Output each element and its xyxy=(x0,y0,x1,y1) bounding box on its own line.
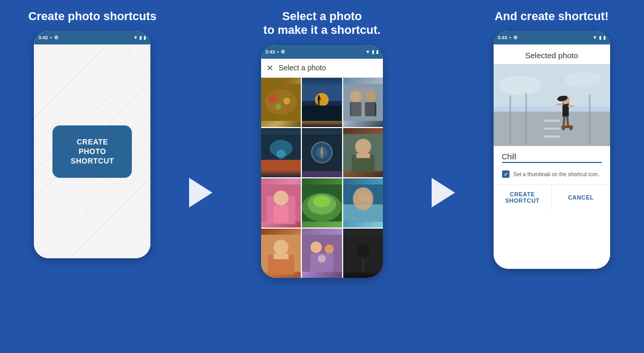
svg-rect-28 xyxy=(356,153,370,158)
svg-point-37 xyxy=(314,196,330,207)
status-icon-5: ▪ xyxy=(509,35,511,40)
action-buttons: CREATE SHORTCUT CANCEL xyxy=(494,184,610,210)
phone2: 3:43 ▪ ⚙ ▼ ▮ ▮ ✕ Select a photo xyxy=(261,45,383,278)
photo-cell-1[interactable] xyxy=(261,78,301,127)
svg-point-1 xyxy=(265,89,297,114)
wifi-icon-3: ▼ xyxy=(593,35,597,40)
battery-icon-2: ▮ xyxy=(376,49,379,55)
svg-point-77 xyxy=(562,127,565,130)
signal-icon-2: ▮ xyxy=(372,49,374,55)
shortcut-name-input[interactable] xyxy=(502,151,602,163)
checkmark-icon: ✓ xyxy=(504,171,508,177)
create-photo-shortcut-button[interactable]: CREATE PHOTO SHORTCUT xyxy=(52,125,132,178)
svg-point-60 xyxy=(499,76,541,95)
svg-point-2 xyxy=(268,94,277,103)
photo-select-header: ✕ Select a photo xyxy=(261,59,383,78)
svg-rect-64 xyxy=(544,128,560,130)
close-icon[interactable]: ✕ xyxy=(266,63,273,73)
wifi-icon-2: ▼ xyxy=(365,49,370,55)
photo-cell-11[interactable] xyxy=(302,229,342,278)
photo-cell-3[interactable] xyxy=(343,78,383,127)
phone1-status-bar: 3:42 ▪ ⚙ ▼ ▮ ▮ xyxy=(34,31,150,44)
signal-icon-3: ▮ xyxy=(599,35,602,40)
phone3-status-bar: 3:43 ▪ ⚙ ▼ ▮ ▮ xyxy=(494,31,610,44)
svg-rect-43 xyxy=(365,193,368,201)
status-icon-1: ▪ xyxy=(50,35,51,40)
svg-rect-67 xyxy=(525,93,527,143)
status-icon-3: ▪ xyxy=(277,49,279,55)
status-time-1: 3:42 xyxy=(38,35,48,40)
section2-title: Select a photo to make it a shortcut. xyxy=(263,10,380,38)
section3-title: And create shortcut! xyxy=(495,10,609,23)
svg-point-32 xyxy=(274,191,289,205)
svg-point-7 xyxy=(315,93,329,107)
svg-rect-8 xyxy=(302,105,342,121)
thumbnail-checkbox[interactable]: ✓ xyxy=(502,170,509,178)
signal-icon: ▮ xyxy=(139,35,142,40)
svg-rect-33 xyxy=(274,205,289,222)
arrow-right-icon-2 xyxy=(432,178,455,207)
thumbnail-label: Set a thumbnail on the shortcut icon. xyxy=(514,171,600,177)
svg-point-3 xyxy=(283,97,290,104)
status-icon-2: ⚙ xyxy=(54,35,58,40)
svg-rect-53 xyxy=(310,253,333,272)
svg-rect-15 xyxy=(365,102,377,116)
select-photo-title: Select a photo xyxy=(279,64,378,72)
svg-rect-75 xyxy=(568,105,574,107)
svg-rect-41 xyxy=(359,193,362,201)
thumbnail-option: ✓ Set a thumbnail on the shortcut icon. xyxy=(494,166,610,182)
svg-rect-48 xyxy=(274,254,289,259)
svg-rect-13 xyxy=(350,102,362,116)
photo-cell-2[interactable] xyxy=(302,78,342,127)
selected-photo xyxy=(494,64,610,146)
selected-photo-label: Selected photo xyxy=(494,44,610,64)
section-finalize: And create shortcut! 3:43 ▪ ⚙ ▼ ▮ ▮ Sele… xyxy=(459,0,644,353)
svg-rect-74 xyxy=(556,104,564,105)
phone1: 3:42 ▪ ⚙ ▼ ▮ ▮ CREATE PHOTO SHORTCUT xyxy=(34,31,150,258)
photo-grid xyxy=(261,78,383,278)
arrow1 xyxy=(185,0,217,353)
cancel-button[interactable]: CANCEL xyxy=(552,185,610,210)
status-time-3: 3:43 xyxy=(498,35,507,40)
section1-title: Create photo shortcuts xyxy=(28,10,156,23)
phone3-body: Selected photo xyxy=(494,44,610,269)
photo-cell-4[interactable] xyxy=(261,128,301,177)
svg-point-57 xyxy=(355,243,370,258)
svg-rect-44 xyxy=(368,194,370,202)
svg-rect-19 xyxy=(261,160,301,171)
status-time-2: 3:43 xyxy=(265,49,275,55)
photo-cell-9[interactable] xyxy=(343,178,383,228)
svg-rect-66 xyxy=(509,96,511,143)
photo-cell-5[interactable] xyxy=(302,128,342,177)
photo-cell-8[interactable] xyxy=(302,178,342,228)
svg-point-46 xyxy=(274,240,289,255)
svg-point-4 xyxy=(275,104,281,110)
svg-point-18 xyxy=(276,149,285,158)
status-icon-6: ⚙ xyxy=(513,35,517,40)
svg-point-61 xyxy=(565,73,602,87)
status-icon-4: ⚙ xyxy=(281,49,285,55)
svg-point-78 xyxy=(569,127,573,130)
svg-point-12 xyxy=(350,90,362,102)
photo-cell-12[interactable] xyxy=(343,229,383,278)
arrow-right-icon xyxy=(189,178,212,207)
svg-rect-42 xyxy=(362,191,364,201)
section-create: Create photo shortcuts 3:42 ▪ ⚙ ▼ ▮ ▮ CR… xyxy=(0,0,185,353)
svg-rect-68 xyxy=(589,95,591,143)
arrow2 xyxy=(427,0,459,353)
battery-icon-3: ▮ xyxy=(603,35,606,40)
svg-point-50 xyxy=(310,241,322,253)
phone3: 3:43 ▪ ⚙ ▼ ▮ ▮ Selected photo xyxy=(494,31,610,269)
svg-rect-63 xyxy=(544,120,560,122)
photo-cell-7[interactable] xyxy=(261,178,301,228)
photo-cell-10[interactable] xyxy=(261,229,301,278)
section-select: Select a photo to make it a shortcut. 3:… xyxy=(217,0,427,353)
phone1-body: CREATE PHOTO SHORTCUT xyxy=(34,44,150,258)
name-input-area xyxy=(494,146,610,166)
svg-point-14 xyxy=(365,90,377,102)
photo-cell-6[interactable] xyxy=(343,128,383,177)
create-shortcut-button[interactable]: CREATE SHORTCUT xyxy=(494,185,552,210)
battery-icon: ▮ xyxy=(144,35,146,40)
svg-rect-11 xyxy=(343,84,383,121)
wifi-icon: ▼ xyxy=(133,35,138,40)
